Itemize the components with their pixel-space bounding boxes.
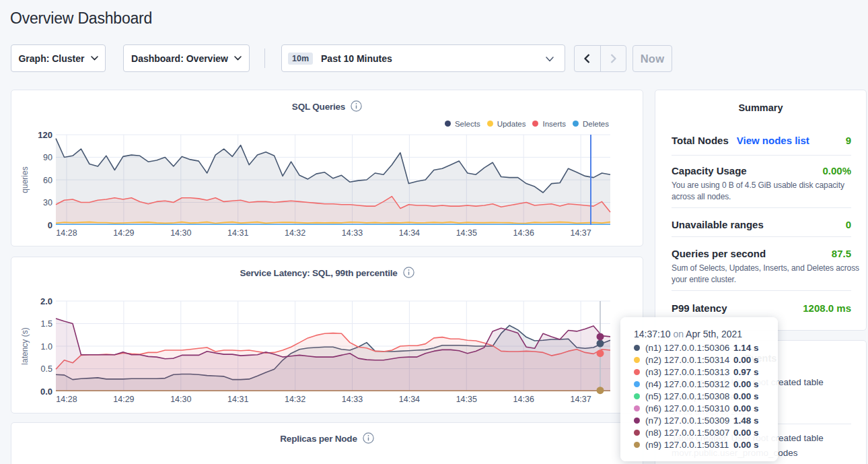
svg-text:14:35: 14:35 <box>456 395 477 404</box>
svg-text:2.0: 2.0 <box>40 296 52 306</box>
svg-text:14:33: 14:33 <box>342 395 363 404</box>
svg-text:14:34: 14:34 <box>399 228 420 238</box>
svg-text:0: 0 <box>48 220 52 230</box>
svg-text:queries: queries <box>20 166 30 193</box>
svg-text:latency (s): latency (s) <box>20 327 30 364</box>
svg-text:14:37: 14:37 <box>570 228 591 238</box>
svg-text:14:33: 14:33 <box>342 228 363 238</box>
svg-text:14:36: 14:36 <box>513 228 534 238</box>
svg-text:14:28: 14:28 <box>56 228 77 238</box>
svg-text:14:30: 14:30 <box>170 395 191 404</box>
svg-text:14:29: 14:29 <box>113 228 134 238</box>
svg-text:14:31: 14:31 <box>227 395 248 404</box>
svg-text:60: 60 <box>43 176 52 185</box>
svg-text:14:35: 14:35 <box>456 228 477 238</box>
svg-text:14:34: 14:34 <box>399 395 420 404</box>
svg-text:14:37: 14:37 <box>570 395 591 404</box>
svg-text:120: 120 <box>38 130 52 140</box>
svg-text:1.0: 1.0 <box>41 342 52 352</box>
svg-text:1.5: 1.5 <box>41 319 52 329</box>
svg-text:14:28: 14:28 <box>56 395 77 404</box>
svg-text:14:32: 14:32 <box>285 228 305 238</box>
svg-text:14:36: 14:36 <box>513 395 534 404</box>
svg-text:14:31: 14:31 <box>227 228 248 238</box>
svg-text:90: 90 <box>43 153 52 162</box>
svg-text:30: 30 <box>43 198 52 207</box>
svg-text:0.0: 0.0 <box>40 387 52 397</box>
svg-text:14:30: 14:30 <box>170 228 191 238</box>
svg-text:0.5: 0.5 <box>41 364 52 374</box>
svg-text:14:29: 14:29 <box>113 395 134 404</box>
svg-text:14:32: 14:32 <box>285 395 305 404</box>
